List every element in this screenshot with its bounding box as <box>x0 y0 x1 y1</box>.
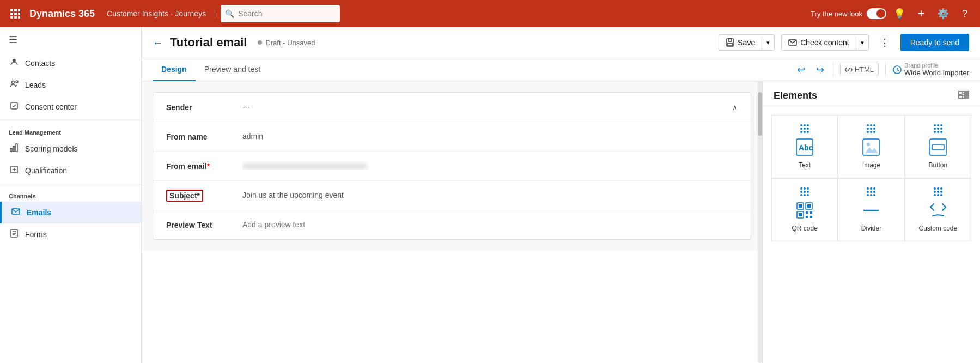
elements-header: Elements <box>763 81 980 106</box>
element-image[interactable]: Image <box>838 115 904 178</box>
form-panel: Sender ∧ From name From email <box>142 81 762 251</box>
svg-rect-43 <box>806 216 808 218</box>
check-content-button-split[interactable]: Check content ▾ <box>781 34 869 51</box>
sidebar-label-leads: Leads <box>25 81 46 89</box>
svg-point-10 <box>12 81 15 84</box>
save-button-split[interactable]: Save ▾ <box>719 34 775 51</box>
sidebar-item-emails[interactable]: Emails <box>0 202 141 223</box>
svg-rect-26 <box>958 95 963 99</box>
svg-rect-15 <box>16 144 17 152</box>
ready-to-send-button[interactable]: Ready to send <box>900 34 969 51</box>
button-element-label: Button <box>928 161 947 169</box>
redo-button[interactable]: ↪ <box>814 62 826 78</box>
svg-rect-1 <box>14 9 17 11</box>
check-content-icon <box>788 38 797 47</box>
html-button[interactable]: HTML <box>840 63 879 76</box>
try-new-look-toggle[interactable] <box>867 8 886 19</box>
svg-rect-20 <box>728 43 732 46</box>
form-scrollbar-thumb[interactable] <box>758 92 762 136</box>
svg-rect-38 <box>807 204 811 208</box>
sidebar-label-qualification: Qualification <box>25 166 67 175</box>
svg-rect-3 <box>10 13 13 15</box>
search-input[interactable] <box>221 5 340 22</box>
tab-preview[interactable]: Preview and test <box>196 58 270 81</box>
element-text[interactable]: Abc Text <box>771 115 838 178</box>
content-toolbar: ← Tutorial email Draft - Unsaved Save ▾ … <box>142 27 980 58</box>
content-tabs: Design Preview and test ↩ ↪ HTML Brand p… <box>142 58 980 81</box>
elements-view-toggle[interactable] <box>958 91 969 101</box>
save-main[interactable]: Save <box>719 35 762 50</box>
view-icon <box>958 91 969 99</box>
leads-icon <box>9 80 20 90</box>
customcode-element-icon <box>928 201 948 220</box>
subject-highlighted-label: Subject* <box>166 190 203 202</box>
brand-name: Dynamics 365 <box>29 8 95 20</box>
element-customcode[interactable]: Custom code <box>905 178 971 241</box>
svg-rect-5 <box>18 13 20 15</box>
tab-design[interactable]: Design <box>153 58 196 81</box>
image-element-dots <box>867 124 875 133</box>
from-name-input[interactable] <box>242 130 738 143</box>
add-icon[interactable]: + <box>912 5 930 22</box>
undo-button[interactable]: ↩ <box>795 62 807 78</box>
element-button[interactable]: Button <box>905 115 971 178</box>
form-scrollbar[interactable] <box>758 81 762 363</box>
lightbulb-icon[interactable]: 💡 <box>891 5 908 22</box>
sidebar-label-consent: Consent center <box>25 102 77 111</box>
preview-text-input[interactable] <box>242 218 738 232</box>
sidebar-item-contacts[interactable]: Contacts <box>0 52 141 74</box>
from-email-label: From email <box>166 162 242 171</box>
status-dot <box>258 40 262 45</box>
svg-point-9 <box>13 59 16 62</box>
forms-icon <box>9 229 20 240</box>
svg-rect-23 <box>958 91 963 94</box>
svg-rect-34 <box>932 144 944 150</box>
svg-rect-41 <box>806 211 808 214</box>
qualification-icon <box>9 165 20 176</box>
svg-rect-25 <box>964 93 969 94</box>
sidebar-item-forms[interactable]: Forms <box>0 223 141 245</box>
sidebar-item-leads[interactable]: Leads <box>0 74 141 96</box>
element-divider[interactable]: Divider <box>838 178 904 241</box>
page-title: Tutorial email <box>170 35 247 50</box>
grid-icon[interactable] <box>7 5 24 22</box>
app-name: Customer Insights - Journeys <box>107 9 215 18</box>
from-email-input[interactable] <box>242 159 738 173</box>
person-icon <box>9 58 20 69</box>
check-content-main[interactable]: Check content <box>782 35 856 50</box>
subject-input[interactable] <box>242 189 738 202</box>
content-area: ← Tutorial email Draft - Unsaved Save ▾ … <box>142 27 980 363</box>
sender-collapse-icon[interactable]: ∧ <box>732 103 738 112</box>
subject-row: Subject* <box>153 181 751 210</box>
sidebar-hamburger-icon[interactable]: ☰ <box>0 27 141 52</box>
brand-profile-section[interactable]: Brand profile Wide World Importer <box>892 62 969 77</box>
sidebar-item-scoring[interactable]: Scoring models <box>0 138 141 160</box>
sidebar-section-lead-management: Lead Management <box>0 123 141 138</box>
svg-rect-27 <box>964 95 969 96</box>
svg-rect-4 <box>14 13 17 15</box>
settings-icon[interactable]: ⚙️ <box>934 5 952 22</box>
save-dropdown-arrow[interactable]: ▾ <box>762 36 774 50</box>
check-content-dropdown-arrow[interactable]: ▾ <box>856 36 868 50</box>
help-icon[interactable]: ? <box>956 5 973 22</box>
text-element-label: Text <box>799 161 811 169</box>
image-element-icon <box>861 137 881 157</box>
brand-profile-label: Brand profile <box>904 62 969 69</box>
svg-rect-19 <box>728 39 732 41</box>
sidebar-item-qualification[interactable]: Qualification <box>0 160 141 182</box>
more-options-button[interactable]: ⋮ <box>875 34 894 51</box>
back-button[interactable]: ← <box>153 37 163 49</box>
sidebar-item-consent[interactable]: Consent center <box>0 96 141 118</box>
tab-divider-2 <box>885 63 886 76</box>
svg-rect-14 <box>13 146 15 152</box>
from-name-row: From name <box>153 122 751 152</box>
sender-label: Sender <box>166 103 242 112</box>
main-layout: ☰ Contacts Leads Consent center Lead Man… <box>0 27 980 363</box>
qrcode-element-label: QR code <box>792 225 817 232</box>
subject-label-wrapper: Subject* <box>166 191 242 200</box>
element-qrcode[interactable]: QR code <box>771 178 838 241</box>
sender-input[interactable] <box>242 100 728 114</box>
button-element-dots <box>934 124 942 133</box>
text-element-dots <box>800 124 809 133</box>
content-body: Sender ∧ From name From email <box>142 81 980 363</box>
